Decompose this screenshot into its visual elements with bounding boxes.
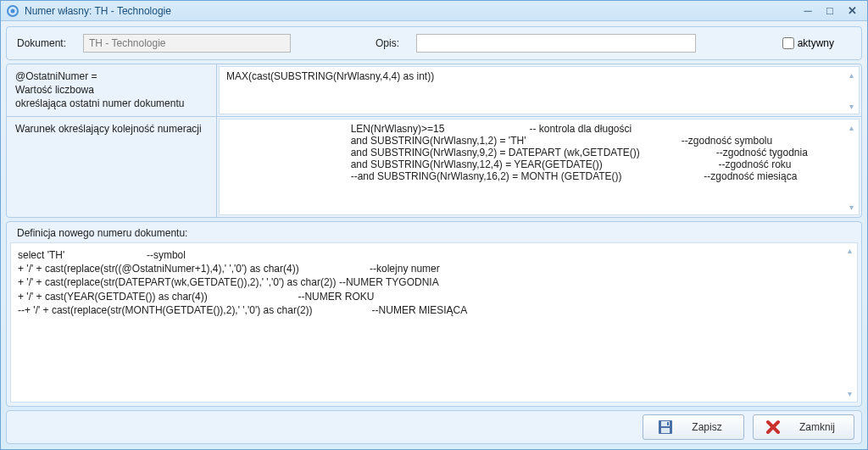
app-icon: [6, 4, 19, 18]
svg-rect-5: [667, 422, 669, 425]
ostatni-numer-content: MAX(cast(SUBSTRING(NrWlasny,4,4) as int)…: [226, 70, 434, 82]
window-title: Numer własny: TH - Technologie: [25, 5, 796, 17]
definition-heading: Definicja nowego numeru dokumentu:: [8, 224, 860, 241]
conditions-panel: @OstatniNumer = Wartość liczbowa określa…: [6, 64, 862, 218]
save-button-label: Zapisz: [692, 421, 721, 433]
warunek-content: LEN(NrWlasny)>=15 -- kontrola dla długoś…: [226, 123, 808, 182]
warunek-text[interactable]: LEN(NrWlasny)>=15 -- kontrola dla długoś…: [219, 119, 860, 215]
definition-text[interactable]: select 'TH' --symbol + '/' + cast(replac…: [10, 242, 858, 403]
opis-label: Opis:: [376, 37, 399, 49]
minimize-button[interactable]: ─: [798, 3, 818, 19]
warunek-row: Warunek określający kolejność numeracji …: [7, 117, 861, 217]
app-window: Numer własny: TH - Technologie ─ □ ✕ Dok…: [0, 0, 868, 450]
close-icon: [764, 418, 782, 436]
scroll-down-icon[interactable]: ▾: [845, 100, 857, 112]
aktywny-checkbox[interactable]: [782, 37, 794, 49]
save-icon: [656, 418, 675, 436]
footer-bar: Zapisz Zamknij: [6, 410, 862, 444]
aktywny-checkbox-wrap[interactable]: aktywny: [782, 37, 834, 49]
definition-content: select 'TH' --symbol + '/' + cast(replac…: [18, 249, 467, 316]
content-area: Dokument: Opis: aktywny @OstatniNumer = …: [1, 21, 867, 449]
svg-rect-4: [661, 428, 670, 433]
aktywny-label: aktywny: [798, 37, 834, 49]
scroll-down-icon[interactable]: ▾: [845, 201, 857, 213]
ostatni-numer-row: @OstatniNumer = Wartość liczbowa określa…: [7, 64, 861, 117]
ostatni-numer-label-line3: określająca ostatni numer dokumentu: [15, 97, 208, 110]
close-window-button[interactable]: ✕: [842, 3, 862, 19]
ostatni-numer-label: @OstatniNumer = Wartość liczbowa określa…: [7, 64, 217, 116]
ostatni-numer-label-line2: Wartość liczbowa: [15, 83, 208, 97]
opis-input[interactable]: [416, 34, 696, 53]
scroll-up-icon[interactable]: ▴: [843, 245, 855, 257]
dokument-field: [83, 34, 291, 53]
scroll-up-icon[interactable]: ▴: [845, 69, 857, 81]
save-button[interactable]: Zapisz: [643, 414, 744, 440]
warunek-label: Warunek określający kolejność numeracji: [7, 117, 217, 217]
scroll-down-icon[interactable]: ▾: [843, 388, 855, 400]
ostatni-numer-text[interactable]: MAX(cast(SUBSTRING(NrWlasny,4,4) as int)…: [219, 66, 860, 114]
header-panel: Dokument: Opis: aktywny: [6, 26, 862, 60]
dokument-label: Dokument:: [17, 37, 66, 49]
definition-panel: Definicja nowego numeru dokumentu: selec…: [6, 221, 862, 407]
scroll-up-icon[interactable]: ▴: [845, 121, 857, 133]
maximize-button[interactable]: □: [820, 3, 840, 19]
ostatni-numer-label-line1: @OstatniNumer =: [15, 69, 208, 83]
titlebar: Numer własny: TH - Technologie ─ □ ✕: [1, 1, 867, 21]
close-button[interactable]: Zamknij: [753, 414, 854, 440]
close-button-label: Zamknij: [799, 421, 835, 433]
svg-point-1: [11, 8, 15, 13]
